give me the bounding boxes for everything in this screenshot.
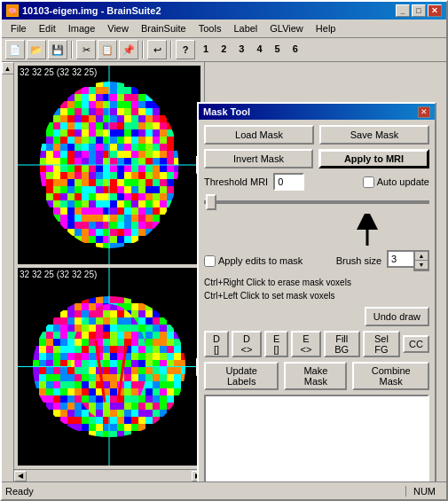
cc-button[interactable]: CC: [403, 335, 429, 353]
menu-view[interactable]: View: [102, 21, 134, 35]
undo-draw-button[interactable]: Undo draw: [365, 307, 429, 326]
copy-button[interactable]: 📋: [98, 40, 117, 59]
apply-to-mri-button[interactable]: Apply to MRI: [318, 149, 429, 168]
spin-arrows[interactable]: ▲ ▼: [413, 250, 429, 271]
h-scrollbar[interactable]: ◀ ▶: [14, 469, 204, 481]
cut-button[interactable]: ✂: [76, 40, 96, 59]
brush-size-label: Brush size: [336, 255, 381, 266]
menu-edit[interactable]: Edit: [34, 21, 61, 35]
e-diamond-button[interactable]: E <>: [291, 331, 320, 357]
close-button[interactable]: ✕: [428, 4, 442, 17]
e-bracket-button[interactable]: E []: [264, 331, 289, 357]
title-bar: 🧠 10103-eigen.img - BrainSuite2 _ □ ✕: [2, 2, 446, 20]
scroll-up-arrow[interactable]: ▲: [2, 62, 14, 74]
save-button[interactable]: 💾: [48, 40, 67, 59]
ctrl-left-label: Ctrl+Left Click to set mask voxels: [204, 289, 429, 302]
undo-button[interactable]: ↩: [147, 40, 167, 59]
arrow-svg: [350, 214, 385, 246]
menu-tools[interactable]: Tools: [193, 21, 227, 35]
toolbar: 📄 📂 💾 ✂ 📋 📌 ↩ ? 1 2 3 4 5 6: [2, 38, 446, 62]
mask-tool-dialog: Mask Tool ✕ Load Mask Save Mask Invert M…: [197, 102, 436, 481]
tab-6[interactable]: 6: [290, 43, 301, 57]
mask-textarea[interactable]: [204, 395, 429, 481]
new-button[interactable]: 📄: [5, 40, 25, 59]
brain-label-top: 32 32 25 (32 32 25): [20, 67, 97, 77]
status-num: NUM: [405, 486, 443, 497]
left-scrollbar[interactable]: ▲: [2, 62, 14, 481]
apply-edits-label: Apply edits to mask: [204, 255, 303, 267]
apply-edits-checkbox[interactable]: [204, 255, 216, 267]
mask-tool-body: Load Mask Save Mask Invert Mask Apply to…: [199, 120, 435, 481]
window-title: 10103-eigen.img - BrainSuite2: [22, 5, 161, 16]
arrow-annotation: [204, 214, 429, 246]
paste-button[interactable]: 📌: [119, 40, 138, 59]
separator-2: [142, 41, 144, 59]
spin-down-button[interactable]: ▼: [415, 261, 428, 270]
mask-tool-close[interactable]: ✕: [418, 106, 430, 118]
tab-4[interactable]: 4: [254, 43, 264, 57]
auto-update-checkbox[interactable]: [363, 176, 374, 188]
tab-1[interactable]: 1: [200, 43, 211, 57]
scroll-left-arrow[interactable]: ◀: [14, 471, 27, 481]
de-buttons-row: D [] D <> E [] E <> Fill BG Sel FG CC: [204, 331, 429, 357]
menu-glview[interactable]: GLView: [264, 21, 309, 35]
app-icon: 🧠: [6, 4, 19, 17]
brain-label-bottom: 32 32 25 (32 32 25): [20, 270, 97, 279]
menu-brainsuite[interactable]: BrainSuite: [136, 21, 192, 35]
d-bracket-button[interactable]: D []: [204, 331, 229, 357]
tab-5[interactable]: 5: [272, 43, 283, 57]
brush-size-spinbox[interactable]: ▲ ▼: [387, 250, 429, 271]
brain-canvas-top[interactable]: [18, 66, 200, 264]
tab-numbers: 1 2 3 4 5 6: [200, 43, 301, 57]
maximize-button[interactable]: □: [412, 4, 426, 17]
undo-row: Undo draw: [204, 307, 429, 326]
status-text: Ready: [5, 486, 405, 497]
menu-label[interactable]: Label: [228, 21, 263, 35]
auto-update-checkbox-label: Auto update: [363, 176, 429, 188]
slider-thumb[interactable]: [206, 194, 216, 210]
threshold-input[interactable]: [273, 173, 304, 191]
brush-size-input[interactable]: [387, 250, 413, 268]
separator-3: [170, 41, 172, 59]
menu-file[interactable]: File: [5, 21, 32, 35]
help-button[interactable]: ?: [176, 40, 195, 59]
threshold-label: Threshold MRI: [204, 176, 268, 187]
save-mask-button[interactable]: Save Mask: [319, 125, 429, 145]
ctrl-right-label: Ctrl+Right Click to erase mask voxels: [204, 276, 429, 289]
menu-image[interactable]: Image: [63, 21, 101, 35]
threshold-row: Threshold MRI Auto update: [204, 173, 429, 191]
ctrl-instructions: Ctrl+Right Click to erase mask voxels Ct…: [204, 276, 429, 302]
apply-edits-row: Apply edits to mask Brush size ▲ ▼: [204, 250, 429, 271]
sel-fg-button[interactable]: Sel FG: [363, 331, 400, 357]
separator-1: [71, 41, 73, 59]
tab-3[interactable]: 3: [236, 43, 247, 57]
update-labels-button[interactable]: Update Labels: [204, 362, 279, 390]
update-make-combine-row: Update Labels Make Mask Combine Mask: [204, 362, 429, 390]
make-mask-button[interactable]: Make Mask: [284, 362, 347, 390]
invert-apply-row: Invert Mask Apply to MRI: [204, 149, 429, 168]
slider-area[interactable]: [204, 197, 429, 207]
fill-bg-button[interactable]: Fill BG: [324, 331, 360, 357]
open-button[interactable]: 📂: [27, 40, 46, 59]
load-mask-button[interactable]: Load Mask: [204, 125, 314, 145]
combine-mask-button[interactable]: Combine Mask: [352, 362, 429, 390]
d-diamond-button[interactable]: D <>: [232, 331, 262, 357]
mask-tool-title-bar: Mask Tool ✕: [199, 104, 435, 120]
invert-mask-button[interactable]: Invert Mask: [204, 149, 313, 168]
load-save-row: Load Mask Save Mask: [204, 125, 429, 145]
menu-bar: File Edit Image View BrainSuite Tools La…: [2, 20, 446, 38]
slider-track[interactable]: [204, 200, 429, 204]
spin-up-button[interactable]: ▲: [415, 252, 428, 261]
menu-help[interactable]: Help: [310, 21, 342, 35]
status-bar: Ready NUM: [2, 481, 446, 499]
content-area: ▲ 32 32 25 (32 32 25) 32 32 25 (32 32 25…: [2, 62, 446, 481]
tab-2[interactable]: 2: [218, 43, 229, 57]
mask-tool-title-text: Mask Tool: [203, 106, 250, 117]
left-panel: 32 32 25 (32 32 25) 32 32 25 (32 32 25) …: [14, 62, 205, 481]
brain-canvas-bottom[interactable]: [18, 268, 200, 466]
minimize-button[interactable]: _: [396, 4, 410, 17]
